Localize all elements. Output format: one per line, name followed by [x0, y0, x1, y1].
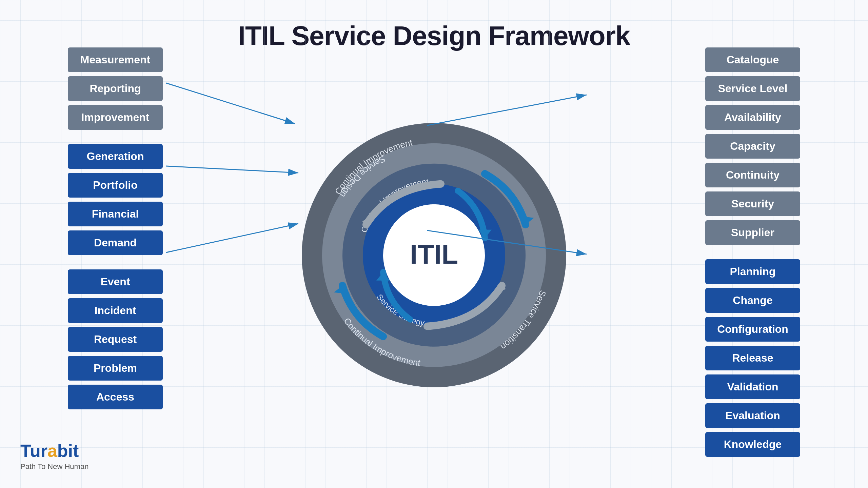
access-box: Access [68, 385, 163, 409]
design-group: Catalogue Service Level Availability Cap… [705, 47, 800, 249]
change-box: Change [705, 288, 800, 313]
transition-group: Planning Change Configuration Release Va… [705, 259, 800, 461]
measurement-box: Measurement [68, 47, 163, 72]
improvement-box: Improvement [68, 105, 163, 130]
incident-box: Incident [68, 298, 163, 323]
generation-box: Generation [68, 144, 163, 169]
demand-box: Demand [68, 230, 163, 255]
logo: Turabit Path To New Human [20, 441, 88, 471]
left-column: Measurement Reporting Improvement Genera… [68, 47, 163, 424]
planning-box: Planning [705, 259, 800, 284]
capacity-box: Capacity [705, 134, 800, 159]
evaluation-box: Evaluation [705, 403, 800, 428]
logo-accent: a [47, 441, 57, 461]
request-box: Request [68, 327, 163, 352]
catalogue-box: Catalogue [705, 47, 800, 72]
validation-box: Validation [705, 374, 800, 399]
measurement-group: Measurement Reporting Improvement [68, 47, 163, 134]
operation-group: Event Incident Request Problem Access [68, 269, 163, 413]
event-box: Event [68, 269, 163, 294]
page-title: ITIL Service Design Framework [0, 0, 868, 52]
continuity-box: Continuity [705, 163, 800, 187]
svg-line-20 [166, 224, 298, 252]
logo-tagline: Path To New Human [20, 462, 88, 471]
strategy-group: Generation Portfolio Financial Demand [68, 144, 163, 259]
logo-brand: Turabit [20, 441, 88, 461]
reporting-box: Reporting [68, 76, 163, 101]
itil-diagram: ITIL Continual Improvement Service Desig… [295, 116, 573, 394]
svg-line-19 [166, 166, 298, 173]
knowledge-box: Knowledge [705, 432, 800, 457]
service-level-box: Service Level [705, 76, 800, 101]
security-box: Security [705, 191, 800, 216]
right-column: Catalogue Service Level Availability Cap… [705, 47, 800, 471]
configuration-box: Configuration [705, 317, 800, 342]
financial-box: Financial [68, 202, 163, 226]
svg-line-18 [166, 83, 295, 124]
availability-box: Availability [705, 105, 800, 130]
svg-text:ITIL: ITIL [410, 239, 458, 269]
portfolio-box: Portfolio [68, 173, 163, 198]
release-box: Release [705, 346, 800, 370]
supplier-box: Supplier [705, 220, 800, 245]
problem-box: Problem [68, 356, 163, 381]
